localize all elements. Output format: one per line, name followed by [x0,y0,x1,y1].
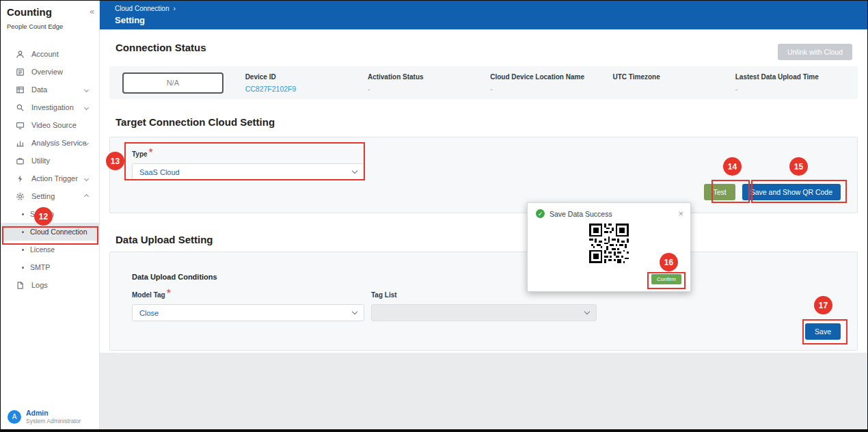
data-upload-conditions-label: Data Upload Conditions [132,273,841,281]
sidebar-item-label: Account [31,50,59,58]
sidebar-item-utility[interactable]: Utility [1,152,99,170]
modal-title: Save Data Success [550,210,612,218]
sidebar-item-label: Action Trigger [31,174,78,183]
unlink-with-cloud-button[interactable]: Unlink with Cloud [778,44,852,60]
sidebar-item-video-source[interactable]: Video Source [1,116,99,134]
status-field-device-id: Device ID CC827F2102F9 [245,73,368,93]
tag-list-select [371,304,597,321]
status-field-location-name: Cloud Device Location Name - [490,73,612,93]
save-button[interactable]: Save [805,323,841,340]
model-tag-field: Model Tag* Close [132,288,364,321]
sidebar-subitem-label: License [30,245,55,254]
type-field: Type* SaaS Cloud [132,147,841,180]
target-connection-heading: Target Connection Cloud Setting [116,116,858,128]
sidebar-item-analysis-service[interactable]: Analysis Service [1,134,99,152]
sidebar-item-label: Logs [31,281,48,289]
confirm-button[interactable]: Confirm [651,274,681,284]
sidebar-item-investigation[interactable]: Investigation [1,98,99,116]
sidebar-item-label: Overview [31,68,63,76]
required-asterisk: * [149,147,153,159]
video-source-icon [16,121,25,130]
breadcrumb-label: Cloud Connection [115,5,169,12]
app-subtitle: People Count Edge [7,23,94,30]
sidebar-item-license[interactable]: License [1,241,99,258]
tag-list-field: Tag List [371,288,597,321]
data-icon [16,85,25,94]
sidebar-item-account[interactable]: Account [1,45,99,63]
chevron-down-icon [352,309,357,314]
sidebar-item-setting[interactable]: Setting [1,187,99,205]
utility-icon [16,157,25,165]
chevron-down-icon [352,168,357,174]
page-title: Setting [115,15,867,25]
status-field-last-upload: Lastest Data Upload Time - [735,73,858,93]
sidebar-item-data[interactable]: Data [1,81,99,98]
analysis-service-icon [16,139,25,148]
breadcrumb[interactable]: Cloud Connection › [115,5,867,12]
sidebar-item-label: Setting [31,192,55,200]
chevron-down-icon [84,140,89,145]
sidebar-menu: Account Overview Data Investigation Vide… [1,45,99,294]
bullet-icon [22,231,24,233]
connection-state-box: N/A [122,72,223,94]
app-title: Counting [7,6,94,18]
modal-header: ✓ Save Data Success × [528,203,690,218]
target-connection-buttons: Test Save and Show QR Code [704,184,841,200]
sidebar-item-label: Data [31,85,47,94]
test-button[interactable]: Test [704,184,735,200]
bullet-icon [22,213,24,215]
save-success-modal: ✓ Save Data Success × Confirm [527,202,691,292]
investigation-icon [16,103,25,112]
bullet-icon [22,267,24,269]
sidebar-item-label: Utility [31,157,50,165]
close-icon[interactable]: × [678,209,683,218]
page-header: Cloud Connection › Setting [100,1,867,29]
data-upload-card: Data Upload Conditions Model Tag* Close … [109,252,858,351]
sidebar-subitem-label: SMTP [30,263,50,271]
sidebar-item-action-trigger[interactable]: Action Trigger [1,170,99,187]
collapse-sidebar-icon[interactable]: « [90,7,94,16]
model-tag-label: Model Tag [132,291,165,299]
status-field-utc-timezone: UTC Timezone [612,73,735,93]
device-id-link[interactable]: CC827F2102F9 [245,85,368,93]
bullet-icon [22,249,24,251]
chevron-down-icon [84,105,89,109]
chevron-down-icon [84,87,89,92]
qr-code-image [589,224,629,266]
type-select[interactable]: SaaS Cloud [132,163,364,180]
action-trigger-icon [16,174,25,183]
sidebar-item-smtp[interactable]: SMTP [1,258,99,276]
model-tag-select[interactable]: Close [132,304,364,321]
account-icon [16,50,25,59]
sidebar: Counting « People Count Edge Account Ove… [1,1,100,429]
save-and-show-qr-button[interactable]: Save and Show QR Code [742,184,841,200]
chevron-down-icon [84,176,89,180]
model-tag-select-value: Close [139,309,159,317]
sidebar-item-system[interactable]: System [1,205,99,223]
status-field-activation: Activation Status - [368,73,490,93]
logs-icon [16,281,25,290]
chevron-down-icon [584,309,590,314]
breadcrumb-separator-icon: › [174,5,176,12]
sidebar-subitem-label: System [30,210,54,218]
chevron-up-icon [84,193,89,198]
user-name: Admin [26,409,81,417]
sidebar-header: Counting « People Count Edge [1,1,99,39]
sidebar-subitem-label: Cloud Connection [30,228,87,236]
page-content: Connection Status Unlink with Cloud N/A … [100,29,867,353]
connection-status-heading: Connection Status [116,29,858,53]
type-select-value: SaaS Cloud [139,168,180,176]
connection-status-strip: N/A Device ID CC827F2102F9 Activation St… [109,66,858,99]
sidebar-item-cloud-connection[interactable]: Cloud Connection [1,223,99,241]
required-asterisk: * [167,288,171,299]
tag-list-label: Tag List [371,291,397,299]
sidebar-item-label: Analysis Service [31,139,87,147]
sidebar-item-label: Video Source [31,121,77,129]
data-upload-heading: Data Upload Setting [116,234,858,245]
sidebar-item-logs[interactable]: Logs [1,276,99,294]
user-profile[interactable]: A Admin System Administrator [8,409,81,424]
sidebar-item-overview[interactable]: Overview [1,63,99,81]
avatar: A [8,410,21,424]
success-check-icon: ✓ [536,209,545,218]
data-upload-fields: Model Tag* Close Tag List [132,288,841,321]
